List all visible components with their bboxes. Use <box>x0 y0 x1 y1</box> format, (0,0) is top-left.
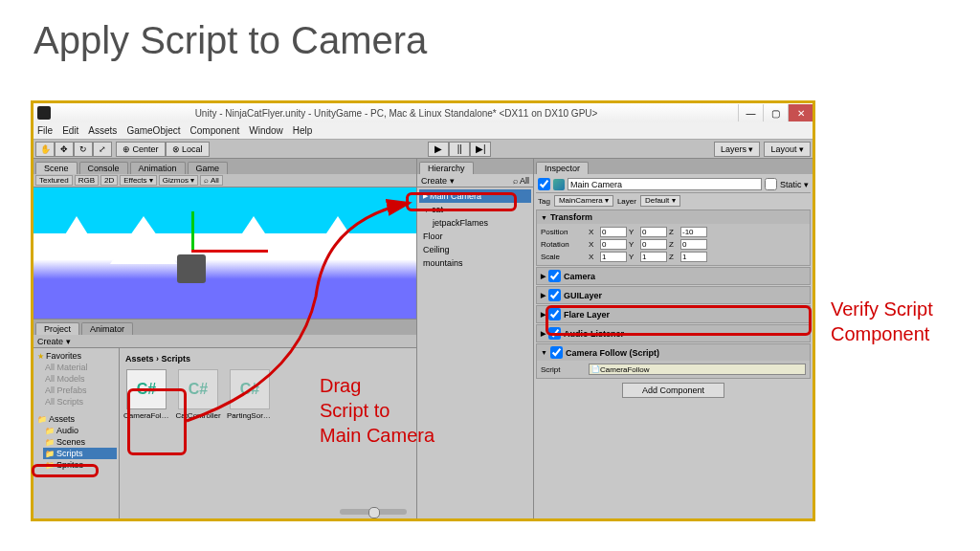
hierarchy-item-ceiling[interactable]: Ceiling <box>419 243 531 256</box>
rotation-x-input[interactable] <box>600 239 627 250</box>
hierarchy-item-main-camera[interactable]: ▶Main Camera <box>419 189 531 203</box>
transform-header[interactable]: ▼Transform <box>537 210 810 224</box>
scale-tool-button[interactable]: ⤢ <box>93 142 112 157</box>
project-breadcrumb[interactable]: Assets › Scripts <box>123 352 412 365</box>
gameobject-name-input[interactable] <box>568 178 762 190</box>
hierarchy-item-cat[interactable]: ▼cat <box>419 203 531 216</box>
hierarchy-item-jetpackflames[interactable]: jetpackFlames <box>429 216 531 230</box>
icon-size-slider[interactable] <box>340 509 407 515</box>
script-component-header[interactable]: ▼Camera Follow (Script) <box>537 344 810 361</box>
menu-window[interactable]: Window <box>249 125 283 136</box>
static-label[interactable]: Static ▾ <box>780 180 809 189</box>
pivot-local-button[interactable]: ⊗ Local <box>166 142 210 157</box>
guilayer-component-header[interactable]: ▶GUILayer <box>537 287 810 303</box>
tree-all-scripts[interactable]: All Scripts <box>43 396 117 408</box>
flare-component-header[interactable]: ▶Flare Layer <box>537 306 810 322</box>
menu-file[interactable]: File <box>37 125 53 136</box>
script-partingsorting[interactable]: C# PartingSortin… <box>227 369 273 420</box>
scene-toolbar: Textured RGB 2D Effects ▾ Gizmos ▾ ⌕ All <box>33 174 416 187</box>
scale-x-input[interactable] <box>600 252 627 262</box>
layer-label: Layer <box>617 197 636 206</box>
hierarchy-item-floor[interactable]: Floor <box>419 230 531 243</box>
tree-favorites[interactable]: Favorites <box>35 350 117 362</box>
tree-sprites[interactable]: Sprites <box>43 459 117 471</box>
gameobject-icon <box>553 179 565 190</box>
hierarchy-search[interactable]: ⌕ All <box>513 176 529 185</box>
layer-dropdown[interactable]: Default ▾ <box>640 195 680 207</box>
play-button[interactable]: ▶ <box>428 142 449 157</box>
position-x-input[interactable] <box>600 227 627 237</box>
script-camerafollow[interactable]: C# CameraFollov <box>123 369 169 420</box>
scale-z-input[interactable] <box>680 252 707 262</box>
tree-all-materials[interactable]: All Material <box>43 362 117 373</box>
tree-all-models[interactable]: All Models <box>43 373 117 385</box>
add-component-button[interactable]: Add Component <box>622 383 724 398</box>
close-button[interactable]: ✕ <box>788 104 813 121</box>
static-checkbox[interactable] <box>765 178 777 190</box>
camera-component-header[interactable]: ▶Camera <box>537 268 810 284</box>
minimize-button[interactable]: — <box>738 104 763 121</box>
tab-animator[interactable]: Animator <box>81 322 133 335</box>
tree-scenes[interactable]: Scenes <box>43 436 117 448</box>
audio-component-header[interactable]: ▶Audio Listener <box>537 325 810 342</box>
gizmo-x-axis[interactable] <box>191 250 268 253</box>
menu-help[interactable]: Help <box>293 125 313 136</box>
annotation-drag: Drag Script to Main Camera <box>320 373 434 448</box>
tree-audio[interactable]: Audio <box>43 425 117 436</box>
tab-game[interactable]: Game <box>188 162 229 174</box>
script-catcontroller[interactable]: C# CatController <box>175 369 221 420</box>
tree-scripts[interactable]: Scripts <box>43 448 117 459</box>
scene-rgb-dropdown[interactable]: RGB <box>75 175 99 186</box>
scene-shading-dropdown[interactable]: Textured <box>35 175 73 186</box>
gizmo-y-axis[interactable] <box>191 211 194 250</box>
hierarchy-create-dropdown[interactable]: Create ▾ <box>421 176 455 185</box>
layers-dropdown[interactable]: Layers ▾ <box>714 142 761 157</box>
titlebar[interactable]: Unity - NinjaCatFlyer.unity - UnityGame … <box>33 103 813 122</box>
rotation-z-input[interactable] <box>680 239 707 250</box>
project-tree[interactable]: Favorites All Material All Models All Pr… <box>33 348 120 518</box>
hierarchy-item-mountains[interactable]: mountains <box>419 256 531 270</box>
rotate-tool-button[interactable]: ↻ <box>74 142 93 157</box>
pause-button[interactable]: || <box>449 142 470 157</box>
layout-dropdown[interactable]: Layout ▾ <box>764 142 811 157</box>
maximize-button[interactable]: ▢ <box>763 104 788 121</box>
gameobject-active-checkbox[interactable] <box>538 178 550 190</box>
move-tool-button[interactable]: ✥ <box>55 142 74 157</box>
hierarchy-list[interactable]: ▶Main Camera ▼cat jetpackFlames Floor Ce… <box>417 187 533 272</box>
rotation-y-input[interactable] <box>640 239 667 250</box>
menubar: File Edit Assets GameObject Component Wi… <box>33 122 813 140</box>
script-field-label: Script <box>541 365 587 374</box>
position-z-input[interactable] <box>680 227 707 237</box>
tree-all-prefabs[interactable]: All Prefabs <box>43 385 117 396</box>
project-create-dropdown[interactable]: Create ▾ <box>37 337 71 346</box>
tab-inspector[interactable]: Inspector <box>536 162 589 174</box>
tab-animation[interactable]: Animation <box>130 162 186 174</box>
tab-scene[interactable]: Scene <box>35 162 78 174</box>
slide-title: Apply Script to Camera <box>0 0 980 72</box>
hand-tool-button[interactable]: ✋ <box>35 142 55 157</box>
tag-dropdown[interactable]: MainCamera ▾ <box>554 195 613 207</box>
scene-gizmos-dropdown[interactable]: Gizmos ▾ <box>159 175 198 186</box>
pivot-center-button[interactable]: ⊕ Center <box>116 142 166 157</box>
menu-edit[interactable]: Edit <box>62 125 78 136</box>
transform-component: ▼Transform PositionXYZ RotationXYZ Scale… <box>536 209 811 266</box>
scale-y-input[interactable] <box>640 252 667 262</box>
menu-assets[interactable]: Assets <box>88 125 117 136</box>
tab-hierarchy[interactable]: Hierarchy <box>419 162 474 174</box>
menu-component[interactable]: Component <box>190 125 240 136</box>
menu-gameobject[interactable]: GameObject <box>126 125 180 136</box>
tree-assets[interactable]: Assets <box>35 413 117 425</box>
camerafollow-script-component: ▼Camera Follow (Script) Script 📄CameraFo… <box>536 343 811 379</box>
scene-effects-dropdown[interactable]: Effects ▾ <box>120 175 157 186</box>
step-button[interactable]: ▶| <box>470 142 491 157</box>
script-field-value[interactable]: 📄CameraFollow <box>589 364 806 375</box>
cat-sprite[interactable] <box>177 254 206 283</box>
position-y-input[interactable] <box>640 227 667 237</box>
tab-console[interactable]: Console <box>79 162 128 174</box>
tag-label: Tag <box>538 197 550 206</box>
scene-view[interactable] <box>33 187 416 320</box>
rotation-label: Rotation <box>541 240 587 249</box>
scene-search[interactable]: ⌕ All <box>200 175 223 186</box>
tab-project[interactable]: Project <box>35 322 79 335</box>
scene-2d-toggle[interactable]: 2D <box>100 175 118 186</box>
